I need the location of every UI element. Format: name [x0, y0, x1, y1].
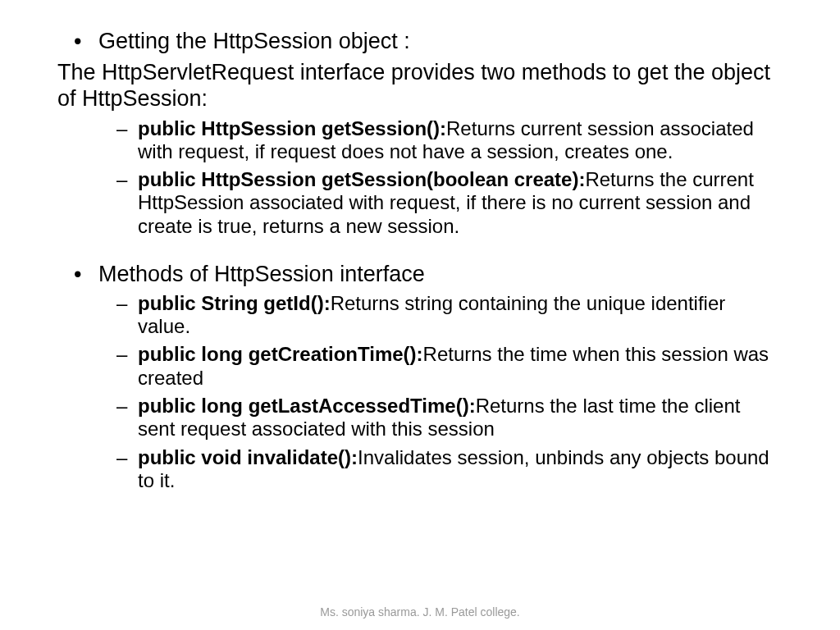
spacer — [57, 243, 783, 261]
bullet-text: public long getLastAccessedTime():Return… — [138, 395, 783, 441]
method-signature: public void invalidate(): — [138, 446, 358, 468]
method-signature: public long getCreationTime(): — [138, 343, 423, 365]
bullet-sub-4: – public long getCreationTime():Returns … — [116, 343, 783, 390]
dash-marker: – — [116, 395, 138, 441]
bullet-main-2: • Methods of HttpSession interface — [57, 261, 783, 289]
bullet-sub-1: – public HttpSession getSession():Return… — [116, 117, 783, 164]
method-signature: public String getId(): — [138, 292, 331, 314]
dash-marker: – — [116, 343, 138, 390]
bullet-main-1: • Getting the HttpSession object : — [57, 28, 783, 56]
bullet-marker: • — [57, 261, 98, 289]
dash-marker: – — [116, 117, 138, 164]
dash-marker: – — [116, 446, 138, 493]
bullet-marker: • — [57, 28, 98, 56]
bullet-text: Methods of HttpSession interface — [98, 261, 783, 289]
method-signature: public HttpSession getSession(boolean cr… — [138, 168, 585, 190]
dash-marker: – — [116, 292, 138, 339]
slide-footer: Ms. soniya sharma. J. M. Patel college. — [0, 605, 840, 619]
bullet-sub-2: – public HttpSession getSession(boolean … — [116, 168, 783, 238]
bullet-text: Getting the HttpSession object : — [98, 28, 783, 56]
paragraph-1: The HttpServletRequest interface provide… — [57, 59, 783, 112]
method-signature: public HttpSession getSession(): — [138, 117, 446, 139]
bullet-sub-6: – public void invalidate():Invalidates s… — [116, 446, 783, 493]
dash-marker: – — [116, 168, 138, 238]
method-signature: public long getLastAccessedTime(): — [138, 395, 476, 417]
bullet-text: public String getId():Returns string con… — [138, 292, 783, 339]
bullet-text: public HttpSession getSession(boolean cr… — [138, 168, 783, 238]
bullet-text: public void invalidate():Invalidates ses… — [138, 446, 783, 493]
bullet-sub-5: – public long getLastAccessedTime():Retu… — [116, 395, 783, 441]
slide-content: • Getting the HttpSession object : The H… — [0, 0, 840, 492]
bullet-sub-3: – public String getId():Returns string c… — [116, 292, 783, 339]
bullet-text: public HttpSession getSession():Returns … — [138, 117, 783, 164]
bullet-text: public long getCreationTime():Returns th… — [138, 343, 783, 390]
